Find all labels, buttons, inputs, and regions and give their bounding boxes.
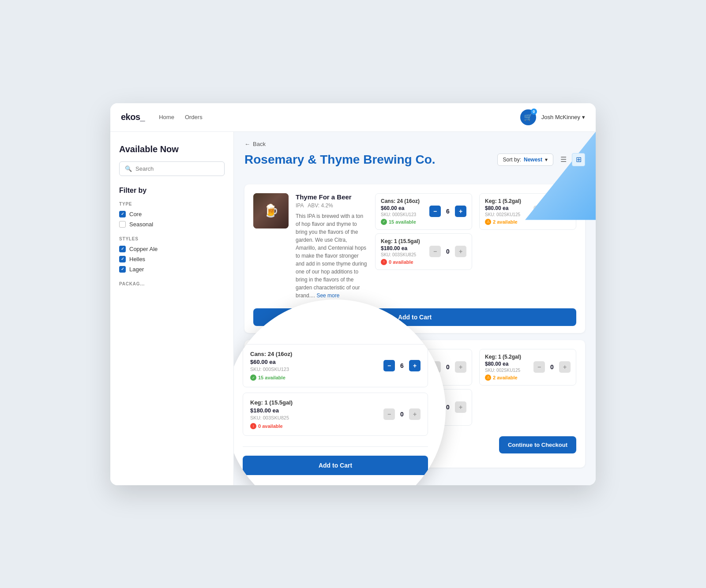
see-more-1[interactable]: See more <box>316 292 339 299</box>
option-keg1-1: Keg: 1 (15.5gal) $180.00 ea SKU: 003SKU8… <box>375 233 472 270</box>
product-image-1: 🍺 <box>253 193 289 228</box>
type-filter-group: TYPE ✓ Core Seasonal <box>119 202 225 228</box>
qty-plus-keg2-2[interactable]: + <box>559 361 571 373</box>
checkbox-helles[interactable]: ✓ <box>119 256 126 262</box>
filter-core-label: Core <box>129 211 142 217</box>
continue-checkout-button[interactable]: Continue to Checkout <box>499 436 576 453</box>
product-style-1: IPA <box>296 202 304 209</box>
cart-badge: 0 <box>531 109 537 115</box>
option-cans-price-1: $60.00 ea <box>381 205 429 211</box>
option-cans-info-1: Cans: 24 (16oz) $60.00 ea SKU: 000SKU123… <box>381 198 429 225</box>
search-input[interactable] <box>135 165 219 172</box>
option-keg2-price-1: $80.00 ea <box>485 205 533 211</box>
magnify-avail-text-2: 0 available <box>258 423 283 429</box>
qty-plus-cans-2[interactable]: + <box>455 361 466 373</box>
magnify-option-sku-2: SKU: 003SKU825 <box>250 415 383 420</box>
qty-minus-keg1-1[interactable]: − <box>429 246 441 257</box>
chevron-down-icon: ▾ <box>582 114 585 120</box>
magnify-option-name-2: Keg: 1 (15.5gal) <box>250 399 383 406</box>
magnify-qty-control-1: − 6 + <box>383 360 421 371</box>
qty-plus-cans-1[interactable]: + <box>455 206 466 217</box>
search-box[interactable]: 🔍 <box>119 161 225 176</box>
magnify-qty-value-1: 6 <box>398 362 406 369</box>
styles-filter-group: STYLES ✓ Copper Ale ✓ Helles ✓ <box>119 236 225 273</box>
content-inner: ← Back Rosemary & Thyme Brewing Co. Sort… <box>234 132 596 184</box>
avail-orange-icon: ⚠ <box>485 219 491 225</box>
qty-control-keg1-1: − 0 + <box>429 246 466 257</box>
logo: ekos_ <box>121 112 145 122</box>
brewery-title: Rosemary & Thyme Brewing Co. <box>244 153 436 167</box>
magnify-option-info-1: Cans: 24 (16oz) $60.00 ea SKU: 000SKU123… <box>250 351 383 381</box>
browser-frame: ekos_ Home Orders 🛒 0 Josh McKinney ▾ Av… <box>110 103 596 485</box>
magnify-add-to-cart-button[interactable]: Add to Cart <box>243 456 428 475</box>
grid-view-button[interactable]: ⊞ <box>572 153 585 166</box>
filter-core[interactable]: ✓ Core <box>119 211 225 217</box>
nav-orders[interactable]: Orders <box>185 114 203 120</box>
sort-value: Newest <box>524 157 542 163</box>
check-icon: ✓ <box>121 212 124 216</box>
check-icon: ✓ <box>121 267 124 271</box>
option-keg2-avail-2: ⚠ 2 available <box>485 375 533 381</box>
back-button[interactable]: ← Back <box>244 141 585 147</box>
magnify-avail-text-1: 15 available <box>258 375 285 380</box>
sidebar-title: Available Now <box>119 144 225 154</box>
filter-seasonal[interactable]: Seasonal <box>119 221 225 228</box>
option-cans-1: Cans: 24 (16oz) $60.00 ea SKU: 000SKU123… <box>375 193 472 230</box>
content-header: Rosemary & Thyme Brewing Co. Sort by: Ne… <box>244 153 585 167</box>
filter-copper-ale-label: Copper Ale <box>129 246 158 252</box>
top-nav: ekos_ Home Orders 🛒 0 Josh McKinney ▾ <box>110 103 596 132</box>
main-layout: Available Now 🔍 Filter by TYPE ✓ Core Se… <box>110 132 596 485</box>
filter-helles[interactable]: ✓ Helles <box>119 256 225 262</box>
nav-links: Home Orders <box>159 114 520 120</box>
magnify-qty-minus-1[interactable]: − <box>383 360 395 371</box>
nav-home[interactable]: Home <box>159 114 174 120</box>
filter-seasonal-label: Seasonal <box>129 221 153 228</box>
qty-value-cans-1: 6 <box>443 208 452 215</box>
magnify-qty-control-2: − 0 + <box>383 408 421 420</box>
magnify-qty-minus-2[interactable]: − <box>383 408 395 420</box>
qty-plus-keg1-1[interactable]: + <box>455 246 466 257</box>
option-keg2-sku-1: SKU: 002SKU125 <box>485 212 533 217</box>
user-menu[interactable]: Josh McKinney ▾ <box>541 114 585 120</box>
avail-orange-icon-2: ⚠ <box>485 375 491 381</box>
option-keg2-name-2: Keg: 1 (5.2gal) <box>485 354 533 360</box>
magnify-qty-value-2: 0 <box>398 411 406 418</box>
cart-icon: 🛒 <box>524 113 533 121</box>
magnify-option-price-1: $60.00 ea <box>250 359 383 365</box>
magnify-avail-red-icon: ! <box>250 423 256 429</box>
filter-lager[interactable]: ✓ Lager <box>119 266 225 273</box>
filter-copper-ale[interactable]: ✓ Copper Ale <box>119 246 225 252</box>
magnify-qty-plus-1[interactable]: + <box>409 360 421 371</box>
magnify-option-price-2: $180.00 ea <box>250 407 383 414</box>
magnify-avail-2: ! 0 available <box>250 423 383 429</box>
magnify-qty-plus-2[interactable]: + <box>409 408 421 420</box>
view-toggle: ☰ ⊞ <box>557 153 585 166</box>
checkbox-seasonal[interactable] <box>119 221 126 228</box>
cart-button[interactable]: 🛒 0 <box>520 109 536 125</box>
list-view-button[interactable]: ☰ <box>557 153 570 166</box>
magnify-option-name-1: Cans: 24 (16oz) <box>250 351 383 357</box>
sort-button[interactable]: Sort by: Newest ▾ <box>497 154 553 166</box>
magnify-option-1: Cans: 24 (16oz) $60.00 ea SKU: 000SKU123… <box>243 344 428 387</box>
checkbox-copper-ale[interactable]: ✓ <box>119 246 126 252</box>
filter-helles-label: Helles <box>129 256 145 262</box>
avail-text-1: 15 available <box>389 219 416 225</box>
option-keg1-avail-1: ! 0 available <box>381 259 429 265</box>
qty-minus-keg2-2[interactable]: − <box>533 361 545 373</box>
option-cans-name-1: Cans: 24 (16oz) <box>381 198 429 204</box>
product-desc-1: This IPA is brewed with a ton of hop fla… <box>296 212 368 300</box>
option-keg2-info-1: Keg: 1 (5.2gal) $80.00 ea SKU: 002SKU125… <box>485 198 533 225</box>
nav-right: 🛒 0 Josh McKinney ▾ <box>520 109 585 125</box>
checkbox-core[interactable]: ✓ <box>119 211 126 217</box>
packages-label: PACKAG... <box>119 281 225 286</box>
filter-lager-label: Lager <box>129 266 144 273</box>
option-keg1-info-1: Keg: 1 (15.5gal) $180.00 ea SKU: 003SKU8… <box>381 238 429 265</box>
qty-control-keg2-2: − 0 + <box>533 361 571 373</box>
qty-minus-cans-1[interactable]: − <box>429 206 441 217</box>
magnify-avail-1: ✓ 15 available <box>250 375 383 381</box>
filter-title: Filter by <box>119 187 225 195</box>
avail-text-keg2-2: 2 available <box>493 375 518 380</box>
magnify-avail-green-icon: ✓ <box>250 375 256 381</box>
qty-plus-keg1-2[interactable]: + <box>455 401 466 413</box>
checkbox-lager[interactable]: ✓ <box>119 266 126 273</box>
